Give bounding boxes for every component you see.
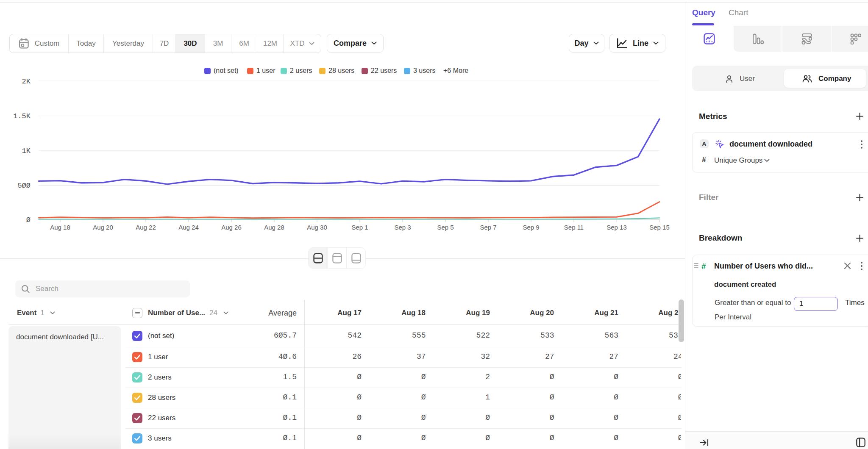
svg-text:5ØØ: 5ØØ — [17, 182, 31, 190]
svg-text:Sep 13: Sep 13 — [606, 224, 627, 231]
svg-text:Sep 5: Sep 5 — [437, 224, 453, 231]
svg-text:Sep 15: Sep 15 — [649, 224, 670, 231]
svg-text:Aug 22: Aug 22 — [136, 224, 156, 231]
svg-text:1K: 1K — [22, 147, 31, 155]
svg-text:Sep 7: Sep 7 — [480, 224, 496, 231]
svg-text:Sep 11: Sep 11 — [564, 224, 584, 231]
svg-text:Aug 18: Aug 18 — [50, 224, 70, 231]
svg-text:Ø: Ø — [26, 216, 31, 224]
svg-text:Aug 28: Aug 28 — [264, 224, 284, 231]
svg-text:Sep 1: Sep 1 — [351, 224, 368, 231]
svg-text:Sep 3: Sep 3 — [394, 224, 411, 231]
svg-text:Aug 30: Aug 30 — [307, 224, 327, 231]
svg-text:1.5K: 1.5K — [13, 112, 31, 120]
svg-text:Aug 26: Aug 26 — [221, 224, 242, 231]
svg-text:Aug 20: Aug 20 — [93, 224, 113, 231]
svg-text:Sep 9: Sep 9 — [523, 224, 539, 231]
svg-text:Aug 24: Aug 24 — [178, 224, 199, 231]
svg-text:2K: 2K — [22, 78, 31, 86]
